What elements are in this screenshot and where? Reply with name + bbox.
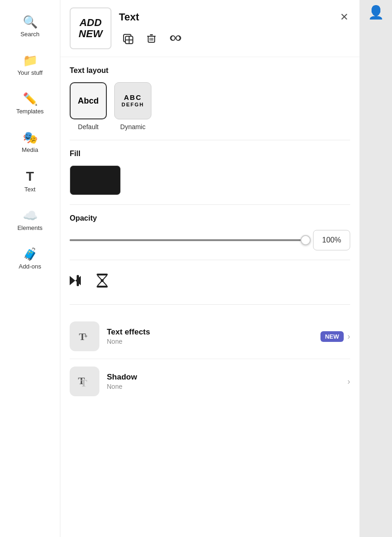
svg-point-10 (170, 36, 175, 40)
default-layout-thumb: Abcd (70, 82, 107, 119)
text-layout-title: Text layout (70, 66, 350, 75)
right-panel-icon: 👤 (368, 5, 384, 20)
layout-option-dynamic[interactable]: ABC DEFGH Dynamic (114, 82, 151, 131)
default-layout-label: Default (78, 123, 98, 131)
opacity-slider-thumb[interactable] (301, 235, 311, 245)
fill-title: Fill (70, 150, 350, 158)
opacity-input[interactable] (313, 230, 350, 250)
opacity-slider-fill (70, 239, 306, 241)
dynamic-thumb-inner: ABC DEFGH (122, 93, 144, 108)
sidebar-item-label: Text (25, 186, 36, 193)
duplicate-icon (121, 32, 134, 45)
sidebar-item-label: Media (22, 146, 38, 153)
sidebar-item-label: Add-ons (19, 263, 41, 270)
shadow-info: Shadow None (107, 373, 340, 390)
sidebar-item-label: Elements (17, 224, 42, 231)
effects-icons-section (70, 260, 350, 305)
fill-section: Fill (70, 140, 350, 205)
sidebar-item-search[interactable]: 🔍 Search (0, 7, 60, 46)
text-effects-thumb: T ✦ (70, 321, 99, 351)
chevron-right-icon: › (347, 377, 350, 386)
main-panel: ADD NEW Text ✕ (60, 0, 359, 537)
dynamic-layout-label: Dynamic (120, 123, 145, 131)
delete-button[interactable] (143, 30, 160, 46)
shadow-name: Shadow (107, 373, 340, 382)
svg-rect-16 (97, 286, 108, 288)
text-effects-info: Text effects None (107, 327, 313, 345)
preview-thumbnail: ADD NEW (70, 7, 111, 49)
fill-color-swatch[interactable] (70, 165, 121, 195)
text-icon: T (26, 170, 34, 183)
text-effects-sub: None (107, 338, 313, 345)
sidebar-item-text[interactable]: T Text (0, 162, 60, 201)
trash-icon (145, 32, 158, 45)
panel-content: Text layout Abcd Default ABC DEFGH D (60, 57, 359, 537)
text-effects-right: NEW › (320, 331, 350, 342)
opacity-section: Opacity (70, 205, 350, 260)
layout-options: Abcd Default ABC DEFGH Dynamic (70, 82, 350, 131)
shadow-right: › (347, 377, 350, 386)
swap-icon (169, 32, 182, 45)
opacity-slider-track (70, 239, 306, 241)
duplicate-button[interactable] (119, 30, 136, 46)
addons-icon: 🧳 (23, 248, 38, 260)
svg-point-17 (101, 279, 104, 282)
svg-rect-15 (97, 274, 108, 275)
svg-rect-14 (77, 275, 79, 286)
sidebar-item-media[interactable]: 🎭 Media (0, 123, 60, 162)
feature-item-shadow[interactable]: T T Shadow None › (70, 359, 350, 404)
dynamic-layout-thumb: ABC DEFGH (114, 82, 151, 119)
sidebar: 🔍 Search 📁 Your stuff ✏️ Templates 🎭 Med… (0, 0, 60, 537)
svg-marker-12 (70, 276, 75, 285)
new-badge: NEW (320, 331, 344, 342)
svg-text:T: T (80, 377, 87, 389)
chevron-right-icon: › (347, 332, 350, 341)
panel-actions (119, 30, 350, 46)
templates-icon: ✏️ (23, 93, 38, 105)
sidebar-item-templates[interactable]: ✏️ Templates (0, 85, 60, 123)
close-button[interactable]: ✕ (338, 10, 350, 24)
svg-text:✦: ✦ (84, 333, 88, 340)
features-section: T ✦ Text effects None NEW › T (70, 305, 350, 413)
sidebar-item-your-stuff[interactable]: 📁 Your stuff (0, 46, 60, 85)
sidebar-item-label: Templates (16, 108, 44, 115)
elements-icon: ☁️ (23, 210, 38, 222)
layout-option-default[interactable]: Abcd Default (70, 82, 107, 131)
swap-button[interactable] (167, 30, 184, 46)
preview-text: ADD NEW (78, 17, 102, 39)
shadow-sub: None (107, 383, 340, 390)
folder-icon: 📁 (23, 54, 38, 66)
panel-title-row: Text ✕ (119, 10, 350, 24)
text-layout-section: Text layout Abcd Default ABC DEFGH D (70, 57, 350, 140)
sidebar-item-elements[interactable]: ☁️ Elements (0, 201, 60, 240)
text-effects-name: Text effects (107, 327, 313, 337)
mirror-icon[interactable] (70, 274, 86, 290)
hourglass-icon[interactable] (96, 273, 109, 291)
icons-row (70, 269, 350, 295)
opacity-slider-wrap[interactable] (70, 236, 306, 245)
shadow-thumb: T T (70, 367, 99, 396)
opacity-row (70, 230, 350, 250)
opacity-title: Opacity (70, 214, 350, 223)
media-icon: 🎭 (23, 131, 38, 144)
search-icon: 🔍 (23, 16, 38, 28)
svg-point-11 (176, 36, 181, 40)
sidebar-item-label: Search (20, 31, 39, 38)
sidebar-item-label: Your stuff (17, 69, 42, 76)
panel-header: ADD NEW Text ✕ (60, 0, 359, 57)
sidebar-item-add-ons[interactable]: 🧳 Add-ons (0, 240, 60, 278)
feature-item-text-effects[interactable]: T ✦ Text effects None NEW › (70, 314, 350, 359)
panel-title-area: Text ✕ (119, 10, 350, 46)
right-panel: 👤 (359, 0, 392, 537)
panel-title: Text (119, 11, 139, 23)
